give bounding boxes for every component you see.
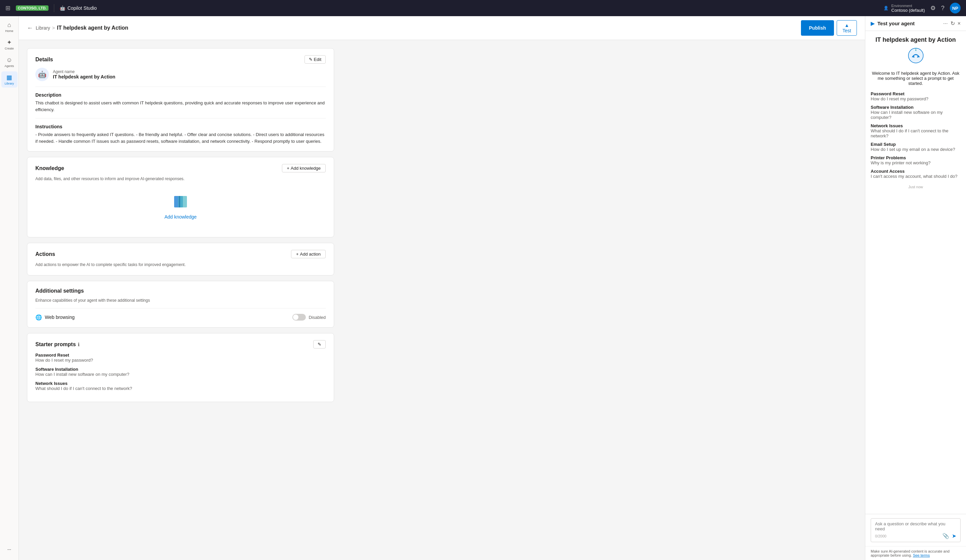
test-prompt-title-3: Email Setup bbox=[871, 142, 961, 147]
test-panel-actions: ··· ↻ × bbox=[943, 20, 961, 26]
edit-icon: ✎ bbox=[309, 57, 312, 62]
actions-subtitle: Add actions to empower the AI to complet… bbox=[35, 262, 326, 267]
sidebar-item-agents[interactable]: ☺ Agents bbox=[2, 54, 18, 70]
char-count: 0/2000 bbox=[875, 534, 887, 538]
starter-prompt-title-2: Network Issues bbox=[35, 381, 326, 386]
company-logo: CONTOSO, LTD. bbox=[16, 5, 49, 11]
edit-button[interactable]: ✎ Edit bbox=[304, 55, 326, 64]
test-button[interactable]: ▲ Test bbox=[837, 20, 857, 36]
test-prompt-title-0: Password Reset bbox=[871, 91, 961, 96]
app-name: 🤖 Copilot Studio bbox=[60, 5, 97, 11]
add-action-button[interactable]: + Add action bbox=[291, 250, 326, 258]
test-prompt-text-2: What should I do if I can't connect to t… bbox=[871, 128, 961, 138]
user-avatar[interactable]: NP bbox=[950, 3, 961, 13]
test-welcome-text: Welcome to IT helpdesk agent by Action. … bbox=[871, 71, 961, 86]
test-prompt-text-5: I can't access my account, what should I… bbox=[871, 174, 961, 179]
settings-card-header: Additional settings bbox=[35, 288, 326, 294]
breadcrumb-library[interactable]: Library bbox=[36, 25, 50, 31]
test-prompt-item-4[interactable]: Printer Problems Why is my printer not w… bbox=[871, 155, 961, 165]
sidebar-item-home[interactable]: ⌂ Home bbox=[2, 19, 18, 35]
test-disclaimer: Make sure AI-generated content is accura… bbox=[865, 546, 966, 560]
page-body: Details ✎ Edit 🤖 Agent name IT helpdesk … bbox=[19, 40, 342, 410]
description-text: This chatbot is designed to assist users… bbox=[35, 100, 326, 113]
test-panel-refresh-button[interactable]: ↻ bbox=[951, 20, 955, 26]
attach-button[interactable]: 📎 bbox=[942, 533, 949, 539]
starter-prompt-text-2: What should I do if I can't connect to t… bbox=[35, 386, 326, 391]
sidebar-item-create-label: Create bbox=[5, 47, 14, 50]
test-prompt-text-3: How do I set up my email on a new device… bbox=[871, 147, 961, 152]
header-actions: Publish ▲ Test bbox=[801, 20, 857, 36]
starter-prompts-edit-button[interactable]: ✎ bbox=[313, 340, 326, 348]
content-area: ← Library > IT helpdesk agent by Action … bbox=[19, 16, 966, 560]
svg-point-6 bbox=[915, 48, 917, 49]
breadcrumb-separator: > bbox=[52, 25, 55, 31]
environment-info: 👤 Environment Contoso (default) bbox=[884, 4, 925, 13]
test-prompt-item-1[interactable]: Software Installation How can I install … bbox=[871, 105, 961, 120]
starter-prompt-item-1: Software Installation How can I install … bbox=[35, 367, 326, 377]
test-input-wrapper: 0/2000 📎 ➤ bbox=[871, 518, 961, 542]
starter-prompt-title-0: Password Reset bbox=[35, 353, 326, 358]
starter-prompt-title-1: Software Installation bbox=[35, 367, 326, 372]
test-panel-more-button[interactable]: ··· bbox=[943, 20, 948, 26]
starter-prompts-title: Starter prompts bbox=[35, 342, 76, 348]
test-prompt-item-5[interactable]: Account Access I can't access my account… bbox=[871, 169, 961, 179]
toggle-thumb bbox=[293, 315, 298, 320]
sidebar-more-button[interactable]: ··· bbox=[2, 541, 18, 557]
knowledge-title: Knowledge bbox=[35, 165, 64, 171]
knowledge-card-header: Knowledge + Add knowledge bbox=[35, 164, 326, 172]
send-button[interactable]: ➤ bbox=[952, 533, 956, 539]
actions-card: Actions + Add action Add actions to empo… bbox=[27, 243, 334, 276]
globe-icon: 🌐 bbox=[35, 314, 42, 320]
web-browsing-toggle[interactable] bbox=[292, 314, 306, 320]
info-icon: ℹ bbox=[78, 342, 79, 347]
agent-name-row: 🤖 Agent name IT helpdesk agent by Action bbox=[35, 68, 326, 81]
test-prompt-item-3[interactable]: Email Setup How do I set up my email on … bbox=[871, 142, 961, 152]
publish-button[interactable]: Publish bbox=[801, 20, 834, 36]
header-bar: ← Library > IT helpdesk agent by Action … bbox=[19, 16, 865, 40]
agents-icon: ☺ bbox=[6, 57, 12, 64]
sidebar: ⌂ Home ✦ Create ☺ Agents ▦ Library ··· bbox=[0, 16, 19, 560]
sidebar-item-home-label: Home bbox=[5, 29, 13, 33]
starter-prompts-header: Starter prompts ℹ ✎ bbox=[35, 340, 326, 348]
agent-avatar-icon: 🤖 bbox=[35, 68, 49, 81]
back-button[interactable]: ← bbox=[27, 25, 33, 32]
agent-name-label: Agent name bbox=[53, 69, 115, 74]
help-button[interactable]: ? bbox=[941, 5, 945, 12]
disclaimer-link[interactable]: See terms bbox=[913, 553, 930, 557]
agent-name-value: IT helpdesk agent by Action bbox=[53, 74, 115, 79]
test-prompt-text-4: Why is my printer not working? bbox=[871, 160, 961, 165]
test-panel-close-button[interactable]: × bbox=[958, 20, 961, 26]
collapse-icon[interactable]: ▶ bbox=[871, 20, 875, 26]
test-input-footer: 0/2000 📎 ➤ bbox=[875, 533, 956, 539]
more-icon: ··· bbox=[7, 547, 12, 552]
toggle-wrapper: Disabled bbox=[292, 314, 326, 320]
sidebar-item-agents-label: Agents bbox=[4, 64, 14, 68]
sidebar-item-library[interactable]: ▦ Library bbox=[2, 71, 18, 87]
add-knowledge-button[interactable]: + Add knowledge bbox=[282, 164, 326, 172]
environment-label: Environment bbox=[891, 4, 925, 8]
knowledge-empty-link[interactable]: Add knowledge bbox=[164, 214, 197, 220]
contoso-logo: CONTOSO, LTD. bbox=[16, 5, 49, 11]
starter-prompts-list: Password Reset How do I reset my passwor… bbox=[35, 353, 326, 391]
starter-prompt-item-2: Network Issues What should I do if I can… bbox=[35, 381, 326, 391]
web-browsing-row: 🌐 Web browsing Disabled bbox=[35, 314, 326, 320]
test-prompt-title-5: Account Access bbox=[871, 169, 961, 174]
knowledge-subtitle: Add data, files, and other resources to … bbox=[35, 176, 326, 181]
test-prompts-list: Password Reset How do I reset my passwor… bbox=[871, 91, 961, 182]
sidebar-item-create[interactable]: ✦ Create bbox=[2, 36, 18, 53]
test-agent-title: IT helpdesk agent by Action bbox=[876, 36, 956, 43]
test-input-field[interactable] bbox=[875, 521, 956, 531]
additional-settings-card: Additional settings Enhance capabilities… bbox=[27, 281, 334, 328]
main-content: ← Library > IT helpdesk agent by Action … bbox=[19, 16, 865, 560]
settings-button[interactable]: ⚙ bbox=[930, 4, 936, 12]
grid-icon[interactable]: ⊞ bbox=[5, 4, 10, 12]
test-prompt-item-0[interactable]: Password Reset How do I reset my passwor… bbox=[871, 91, 961, 101]
test-prompt-item-2[interactable]: Network Issues What should I do if I can… bbox=[871, 123, 961, 138]
add-action-icon: + bbox=[296, 251, 299, 256]
settings-divider bbox=[35, 308, 326, 309]
svg-rect-2 bbox=[179, 196, 180, 207]
actions-title: Actions bbox=[35, 251, 55, 257]
starter-prompt-text-0: How do I reset my password? bbox=[35, 358, 326, 363]
toggle-status: Disabled bbox=[309, 315, 326, 320]
starter-prompts-edit-icon: ✎ bbox=[318, 342, 321, 347]
